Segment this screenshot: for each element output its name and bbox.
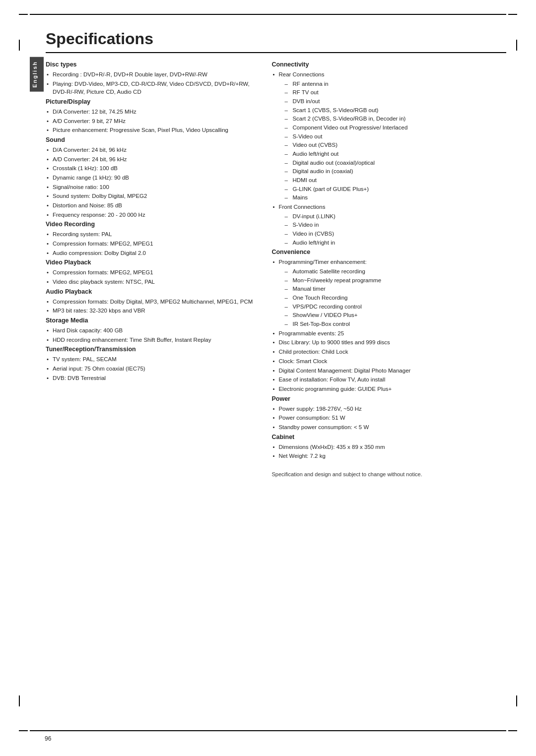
sub-list: Automatic Satellite recordingMon~Fri/wee… — [278, 267, 506, 328]
list-item: Recording system: PAL — [46, 230, 257, 239]
sub-list-item: Audio left/right out — [284, 150, 506, 158]
list-item: Dynamic range (1 kHz): 90 dB — [46, 174, 257, 182]
spec-section: Tuner/Reception/TransmissionTV system: P… — [46, 346, 257, 382]
list-item: Recording : DVD+R/-R, DVD+R Double layer… — [46, 70, 257, 79]
spec-list: Hard Disk capacity: 400 GBHDD recording … — [46, 326, 257, 344]
section-heading: Convenience — [271, 249, 506, 255]
list-item: Crosstalk (1 kHz): 100 dB — [46, 164, 257, 173]
section-heading: Cabinet — [271, 434, 506, 441]
sub-list-item: Audio left/right in — [284, 239, 506, 247]
sub-list-item: IR Set-Top-Box control — [284, 320, 506, 328]
spec-section: Audio PlaybackCompression formats: Dolby… — [46, 288, 257, 315]
sub-list: RF antenna inRF TV outDVB in/outScart 1 … — [278, 80, 506, 202]
spec-list: Programming/Timer enhancement:Automatic … — [271, 258, 506, 393]
spec-list: Rear ConnectionsRF antenna inRF TV outDV… — [271, 70, 506, 247]
list-item: Sound system: Dolby Digital, MPEG2 — [46, 192, 257, 200]
sub-list-item: Manual timer — [284, 285, 506, 293]
list-item: Compression formats: Dolby Digital, MP3,… — [46, 298, 257, 306]
section-heading: Tuner/Reception/Transmission — [46, 346, 257, 353]
list-item: Standby power consumption: < 5 W — [271, 423, 506, 432]
tick-right-bottom — [508, 730, 517, 731]
list-item: Electronic programming guide: GUIDE Plus… — [271, 385, 506, 393]
list-item: DVB: DVB Terrestrial — [46, 374, 257, 382]
spec-section: Storage MediaHard Disk capacity: 400 GBH… — [46, 317, 257, 344]
list-item: MP3 bit rates: 32-320 kbps and VBR — [46, 307, 257, 315]
dash-right-bottom — [516, 695, 517, 706]
left-column: Disc typesRecording : DVD+R/-R, DVD+R Do… — [46, 61, 267, 478]
list-item: Programmable events: 25 — [271, 329, 506, 338]
section-heading: Video Playback — [46, 259, 257, 266]
list-item: Dimensions (WxHxD): 435 x 89 x 350 mm — [271, 443, 506, 451]
spec-section: ConnectivityRear ConnectionsRF antenna i… — [271, 61, 506, 247]
page-title: Specifications — [46, 30, 506, 48]
title-underline — [46, 52, 506, 53]
list-item: Signal/noise ratio: 100 — [46, 183, 257, 191]
two-column-layout: Disc typesRecording : DVD+R/-R, DVD+R Do… — [46, 61, 506, 478]
sub-list-item: One Touch Recording — [284, 294, 506, 302]
section-heading: Picture/Display — [46, 98, 257, 105]
spec-section: Video RecordingRecording system: PALComp… — [46, 221, 257, 257]
list-item: Power supply: 198-276V, ~50 Hz — [271, 405, 506, 413]
list-item: Ease of installation: Follow TV, Auto in… — [271, 376, 506, 384]
list-item: Compression formats: MPEG2, MPEG1 — [46, 240, 257, 248]
list-item: TV system: PAL, SECAM — [46, 355, 257, 364]
spec-section: ConvenienceProgramming/Timer enhancement… — [271, 249, 506, 393]
sub-list-item: DVB in/out — [284, 97, 506, 106]
border-bottom — [30, 730, 506, 731]
list-item: Power consumption: 51 W — [271, 414, 506, 422]
section-heading: Video Recording — [46, 221, 257, 228]
list-item: Disc Library: Up to 9000 titles and 999 … — [271, 338, 506, 347]
list-item: Hard Disk capacity: 400 GB — [46, 326, 257, 335]
list-item: Audio compression: Dolby Digital 2.0 — [46, 249, 257, 257]
section-heading: Connectivity — [271, 61, 506, 68]
sub-list-item: RF antenna in — [284, 80, 506, 88]
list-item: A/D Converter: 9 bit, 27 MHz — [46, 117, 257, 126]
list-item: HDD recording enhancement: Time Shift Bu… — [46, 336, 257, 344]
section-heading: Disc types — [46, 61, 257, 68]
list-item: Child protection: Child Lock — [271, 348, 506, 356]
sub-list-item: Mains — [284, 193, 506, 202]
tick-left-bottom — [19, 730, 28, 731]
spec-section: Picture/DisplayD/A Converter: 12 bit, 74… — [46, 98, 257, 134]
dash-right-top — [516, 40, 517, 51]
spec-list: Power supply: 198-276V, ~50 HzPower cons… — [271, 405, 506, 432]
sub-list-item: Video in (CVBS) — [284, 230, 506, 238]
list-item: Rear ConnectionsRF antenna inRF TV outDV… — [271, 70, 506, 202]
section-heading: Sound — [46, 136, 257, 143]
spec-section: PowerPower supply: 198-276V, ~50 HzPower… — [271, 395, 506, 432]
sub-list-item: Digital audio out (coaxial)/optical — [284, 159, 506, 167]
sub-list-item: Digital audio in (coaxial) — [284, 167, 506, 176]
sub-list-item: Mon~Fri/weekly repeat programme — [284, 276, 506, 285]
list-item: Distortion and Noise: 85 dB — [46, 201, 257, 210]
page-number: 96 — [45, 735, 51, 742]
right-column: ConnectivityRear ConnectionsRF antenna i… — [267, 61, 506, 478]
list-item: Digital Content Management: Digital Phot… — [271, 367, 506, 375]
list-item: Playing: DVD-Video, MP3-CD, CD-R/CD-RW, … — [46, 80, 257, 96]
tick-right-top — [508, 14, 517, 15]
list-item: Video disc playback system: NTSC, PAL — [46, 278, 257, 286]
sub-list-item: S-Video out — [284, 132, 506, 141]
list-item: Aerial input: 75 Ohm coaxial (IEC75) — [46, 365, 257, 373]
list-item: Net Weight: 7.2 kg — [271, 452, 506, 460]
list-item: Front ConnectionsDV-input (i.LINK)S-Vide… — [271, 203, 506, 247]
spec-list: D/A Converter: 24 bit, 96 kHzA/D Convert… — [46, 146, 257, 219]
list-item: Picture enhancement: Progressive Scan, P… — [46, 126, 257, 134]
spec-list: Compression formats: Dolby Digital, MP3,… — [46, 298, 257, 315]
spec-section: CabinetDimensions (WxHxD): 435 x 89 x 35… — [271, 434, 506, 460]
main-content: Specifications Disc typesRecording : DVD… — [30, 30, 506, 478]
sub-list-item: RF TV out — [284, 88, 506, 97]
sub-list-item: Component Video out Progressive/ Interla… — [284, 124, 506, 132]
sub-list-item: Scart 2 (CVBS, S-Video/RGB in, Decoder i… — [284, 115, 506, 123]
list-item: A/D Converter: 24 bit, 96 kHz — [46, 155, 257, 164]
page: English 96 Specifications Disc typesReco… — [0, 0, 536, 756]
sub-list-item: G-LINK (part of GUIDE Plus+) — [284, 185, 506, 193]
spec-section: SoundD/A Converter: 24 bit, 96 kHzA/D Co… — [46, 136, 257, 219]
spec-list: Recording system: PALCompression formats… — [46, 230, 257, 257]
sub-list-item: Automatic Satellite recording — [284, 267, 506, 276]
spec-list: Compression formats: MPEG2, MPEG1Video d… — [46, 268, 257, 286]
spec-list: Dimensions (WxHxD): 435 x 89 x 350 mmNet… — [271, 443, 506, 460]
sub-list-item: HDMI out — [284, 176, 506, 185]
spec-list: D/A Converter: 12 bit, 74.25 MHzA/D Conv… — [46, 108, 257, 134]
spec-list: Recording : DVD+R/-R, DVD+R Double layer… — [46, 70, 257, 96]
section-heading: Audio Playback — [46, 288, 257, 295]
